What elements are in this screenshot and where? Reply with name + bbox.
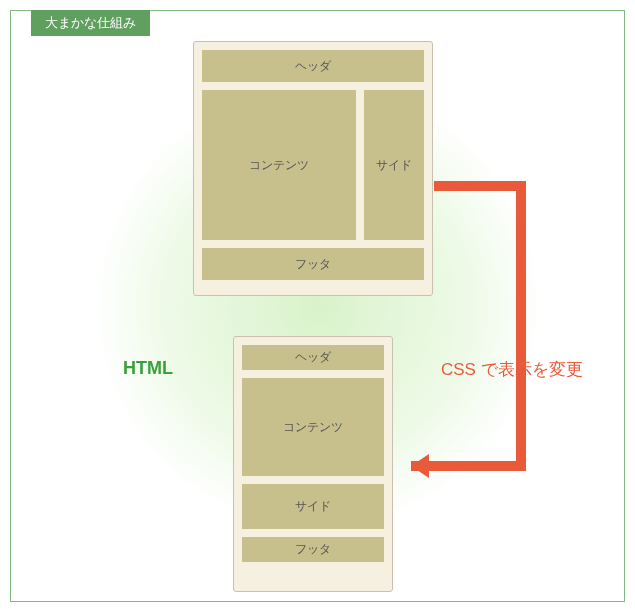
block-header: ヘッダ [202, 50, 424, 82]
html-label: HTML [123, 358, 173, 379]
block-footer: フッタ [242, 537, 384, 562]
wireframe-desktop: ヘッダ コンテンツ サイド フッタ [193, 41, 433, 296]
wireframe-mobile: ヘッダ コンテンツ サイド フッタ [233, 336, 393, 592]
panel-title: 大まかな仕組み [31, 10, 150, 36]
block-footer: フッタ [202, 248, 424, 280]
block-content: コンテンツ [242, 378, 384, 476]
block-mid-row: コンテンツ サイド [202, 90, 424, 240]
block-side: サイド [364, 90, 424, 240]
css-label: CSS で表示を変更 [441, 358, 583, 381]
diagram-panel: 大まかな仕組み HTML CSS で表示を変更 ヘッダ コンテンツ サイド フッ… [10, 10, 625, 602]
block-side: サイド [242, 484, 384, 529]
block-content: コンテンツ [202, 90, 356, 240]
block-header: ヘッダ [242, 345, 384, 370]
